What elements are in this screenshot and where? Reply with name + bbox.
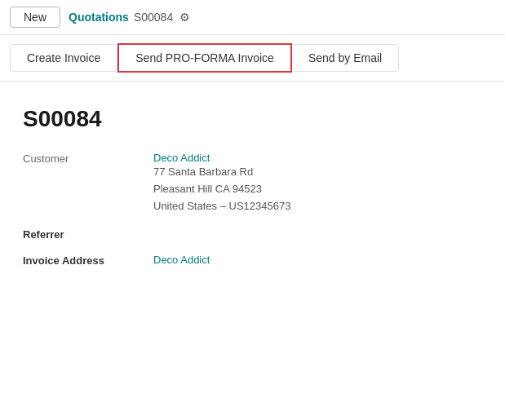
referrer-label: Referrer [23, 228, 137, 241]
fields-section: Customer Deco Addict 77 Santa Barbara Rd… [23, 152, 482, 267]
gear-icon[interactable]: ⚙ [179, 11, 190, 24]
quotation-id: S00084 [23, 106, 482, 132]
send-proforma-button[interactable]: Send PRO-FORMA Invoice [117, 43, 292, 73]
customer-value: Deco Addict 77 Santa Barbara Rd Pleasant… [153, 152, 290, 214]
breadcrumb-sub: S00084 [134, 11, 173, 24]
new-button[interactable]: New [10, 7, 60, 28]
address-line-3: United States – US12345673 [153, 198, 290, 215]
invoice-address-field-row: Invoice Address Deco Addict [23, 254, 482, 267]
address-line-2: Pleasant Hill CA 94523 [153, 181, 290, 198]
invoice-address-label: Invoice Address [23, 254, 137, 267]
invoice-address-value[interactable]: Deco Addict [153, 254, 210, 266]
main-content: S00084 Customer Deco Addict 77 Santa Bar… [0, 82, 505, 291]
customer-label: Customer [23, 152, 137, 165]
send-email-button[interactable]: Send by Email [292, 44, 399, 72]
action-bar: Create Invoice Send PRO-FORMA Invoice Se… [0, 35, 505, 82]
customer-name-link[interactable]: Deco Addict [153, 152, 210, 164]
customer-field-row: Customer Deco Addict 77 Santa Barbara Rd… [23, 152, 482, 214]
referrer-field-row: Referrer [23, 228, 482, 241]
address-line-1: 77 Santa Barbara Rd [153, 164, 290, 181]
create-invoice-button[interactable]: Create Invoice [10, 44, 117, 72]
breadcrumb-title[interactable]: Quotations [69, 11, 129, 24]
top-bar: New Quotations S00084 ⚙ [0, 0, 505, 35]
breadcrumb: Quotations S00084 ⚙ [69, 11, 190, 24]
